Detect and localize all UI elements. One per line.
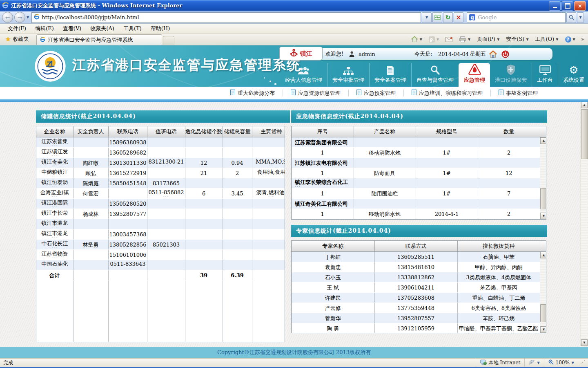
scroll-down-button[interactable]: ▼	[581, 339, 588, 346]
address-input[interactable]: http://localhost:8080/yjpt/Main.html	[31, 12, 421, 23]
cell-text: 江苏索普集团有限公司	[295, 139, 353, 146]
cell: 21	[185, 168, 223, 178]
experts-scrollbar[interactable]: ▲ ▼	[540, 241, 546, 333]
search-button[interactable]	[566, 12, 576, 23]
stop-button[interactable]: ×	[454, 12, 463, 23]
supplies-scrollbar[interactable]: ▲ ▼	[540, 126, 546, 219]
cell-text: 6.39	[224, 272, 251, 279]
nav-item-users[interactable]: 经营人信息管理	[280, 63, 327, 87]
scroll-up-button[interactable]: ▲	[581, 102, 588, 108]
cell: 2	[223, 168, 252, 178]
tab-active[interactable]: 江苏省港口安全监管与应急管理系统	[36, 34, 162, 45]
nav-item-magnifier[interactable]: 自查与督查管理	[411, 63, 459, 87]
tools-menu-button[interactable]: 工具(O)▼	[533, 35, 561, 44]
nav-item-monitor[interactable]: 工作台	[532, 63, 558, 87]
favorites-star-icon: ★	[5, 36, 11, 43]
cell	[252, 219, 285, 229]
nav-item-shield[interactable]: 港口设施保安	[490, 63, 532, 87]
subnav-item[interactable]: 应急预案管理	[348, 90, 403, 96]
history-dropdown-icon[interactable]: ▼	[27, 16, 29, 19]
new-tab-button[interactable]	[163, 36, 174, 45]
cell-text	[481, 159, 539, 166]
cell	[185, 199, 223, 209]
compatibility-view-button[interactable]	[432, 12, 442, 23]
cell	[252, 199, 285, 209]
nav-item-warning[interactable]: 应急管理	[459, 63, 490, 87]
cell-text	[481, 139, 539, 146]
cell-text: 顾弘	[74, 170, 107, 177]
cell: 15850451548	[108, 178, 147, 188]
minimize-button[interactable]	[549, 1, 561, 11]
print-button[interactable]: ▼	[457, 36, 473, 43]
cell-text	[419, 139, 477, 146]
restore-button[interactable]	[561, 1, 573, 11]
security-zone: 本地 Intranet	[476, 359, 525, 367]
scroll-down-button[interactable]: ▼	[540, 326, 546, 333]
cell	[147, 209, 185, 219]
logout-icon[interactable]	[501, 48, 509, 60]
city-tab[interactable]: 镇江	[279, 47, 323, 61]
refresh-button[interactable]: ↻	[443, 12, 453, 23]
table-row: 中国石油化···0511-833643···	[36, 260, 285, 270]
scroll-thumb[interactable]	[581, 109, 588, 159]
subnav-item[interactable]: 应急资源信息管理	[283, 90, 348, 96]
nav-item-gear[interactable]: ⚙系统设置	[558, 63, 588, 87]
protected-mode-button[interactable]: ▼	[524, 359, 543, 367]
close-button[interactable]: ×	[574, 1, 586, 11]
menu-item[interactable]: 文件(F)	[3, 24, 31, 33]
magnifier-icon	[430, 65, 440, 75]
search-dropdown-button[interactable]: ▼	[577, 12, 584, 23]
feeds-button[interactable]: ▼	[426, 36, 441, 43]
cell-text	[253, 200, 285, 207]
cell: 15896380938	[108, 137, 147, 148]
cell	[147, 148, 185, 158]
page-menu-button[interactable]: 页面(P)▼	[474, 35, 502, 44]
table-row: 镇江李长荣综合石化工···	[292, 178, 540, 188]
subnav-item[interactable]: 事故案例管理	[490, 90, 546, 96]
scroll-up-button[interactable]: ▲	[540, 252, 546, 258]
cell-text	[186, 180, 222, 187]
page-scrollbar[interactable]: ▲ ▼	[581, 102, 588, 346]
mail-button[interactable]	[443, 36, 455, 43]
back-button[interactable]: ←	[2, 12, 13, 23]
nav-item-label: 港口设施保安	[495, 76, 527, 84]
subnav-item-label: 事故案例管理	[506, 90, 538, 97]
scroll-thumb[interactable]	[540, 188, 546, 209]
favorites-button[interactable]: ★ 收藏夹	[2, 34, 32, 44]
nav-item-document[interactable]: 安全备案管理	[369, 63, 411, 87]
more-commands-button[interactable]: »	[579, 36, 586, 42]
scroll-down-button[interactable]: ▼	[540, 213, 546, 219]
scroll-thumb[interactable]	[540, 304, 546, 322]
scroll-track[interactable]	[540, 144, 546, 213]
menu-item[interactable]: 工具(T)	[119, 24, 146, 33]
menu-item[interactable]: 编辑(E)	[31, 24, 58, 33]
menu-item[interactable]: 收藏夹(A)	[86, 24, 119, 33]
search-input[interactable]: g Google	[467, 12, 566, 23]
anchor-icon	[290, 49, 298, 58]
home-icon[interactable]	[489, 48, 497, 60]
table-row: 许建民13705283608重油、白蜡油、丁二烯	[292, 293, 540, 303]
menu-item[interactable]: 帮助(H)	[146, 24, 174, 33]
scroll-track[interactable]	[540, 258, 546, 326]
home-button[interactable]: ▼	[408, 35, 425, 43]
help-button[interactable]: ?▼	[563, 36, 578, 43]
cell: 1	[292, 168, 354, 178]
cell-text: 甲缩醛、甲基异丁基酮、乙酸乙酯	[459, 325, 539, 332]
scroll-up-button[interactable]: ▲	[540, 137, 546, 144]
cell	[185, 280, 223, 343]
safety-menu-button[interactable]: 安全(S)▼	[503, 35, 531, 44]
table-row: 江苏省物资···15106101006	[36, 250, 285, 260]
cell: 13952807557	[374, 313, 457, 323]
table-row: 镇江恒泰沥···陈炳庭1585045154883173665	[36, 178, 285, 188]
nav-item-sitemap[interactable]: 安全审批管理	[327, 63, 369, 87]
cell: 许建民	[292, 293, 374, 303]
forward-button[interactable]: →	[14, 12, 25, 23]
subnav-item[interactable]: 重大危险源分布	[223, 90, 283, 96]
menu-item[interactable]: 查看(V)	[58, 24, 86, 33]
address-dropdown-button[interactable]: ▼	[422, 12, 432, 23]
zoom-control[interactable]: 100% ▼	[544, 359, 578, 367]
cell-text: 13615272919	[109, 170, 147, 177]
cell: 苯胺、环己烷	[457, 313, 540, 323]
subnav-item[interactable]: 应急培训、演练和演习管理	[403, 90, 490, 96]
scroll-track[interactable]	[581, 108, 588, 339]
